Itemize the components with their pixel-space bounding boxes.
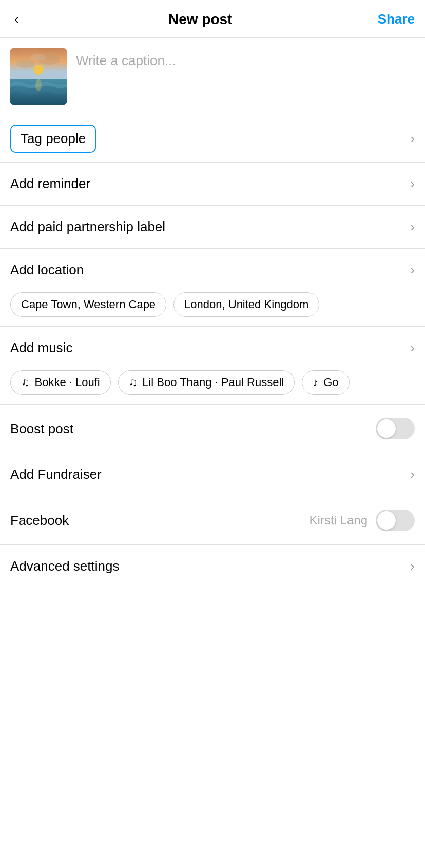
music-note-icon-1: ♫ bbox=[21, 376, 30, 389]
add-paid-partnership-label: Add paid partnership label bbox=[10, 219, 165, 235]
add-paid-partnership-chevron: › bbox=[410, 219, 415, 235]
share-button[interactable]: Share bbox=[378, 11, 415, 27]
advanced-settings-label: Advanced settings bbox=[10, 558, 119, 574]
facebook-row: Facebook Kirsti Lang bbox=[0, 496, 425, 545]
add-fundraiser-chevron: › bbox=[410, 467, 415, 482]
facebook-label: Facebook bbox=[10, 513, 69, 529]
add-location-chevron: › bbox=[410, 262, 415, 278]
facebook-right: Kirsti Lang bbox=[310, 510, 415, 531]
tag-people-chevron: › bbox=[410, 131, 415, 147]
music-chips-row: ♫ Bokke · Loufi ♫ Lil Boo Thang · Paul R… bbox=[0, 363, 425, 405]
caption-area: Write a caption... bbox=[0, 38, 425, 115]
location-chip-london[interactable]: London, United Kingdom bbox=[173, 292, 319, 317]
page-title: New post bbox=[168, 11, 232, 28]
facebook-toggle[interactable] bbox=[376, 510, 415, 531]
header: ‹ New post Share bbox=[0, 0, 425, 38]
tag-people-row[interactable]: Tag people › bbox=[0, 115, 425, 163]
music-chip-lil-boo[interactable]: ♫ Lil Boo Thang · Paul Russell bbox=[118, 370, 295, 395]
add-music-label: Add music bbox=[10, 340, 72, 356]
music-chip-bokke[interactable]: ♫ Bokke · Loufi bbox=[10, 370, 111, 395]
music-note-icon-2: ♫ bbox=[129, 376, 138, 389]
add-paid-partnership-row[interactable]: Add paid partnership label › bbox=[0, 206, 425, 249]
facebook-toggle-knob bbox=[377, 511, 396, 530]
caption-input[interactable]: Write a caption... bbox=[76, 48, 415, 70]
location-chips-row: Cape Town, Western Cape London, United K… bbox=[0, 285, 425, 327]
music-note-icon-3: ♪ bbox=[313, 376, 318, 389]
add-fundraiser-row[interactable]: Add Fundraiser › bbox=[0, 453, 425, 496]
advanced-settings-chevron: › bbox=[410, 558, 415, 574]
svg-point-6 bbox=[35, 79, 42, 91]
music-chip-other-label: Go bbox=[323, 376, 338, 389]
add-music-chevron: › bbox=[410, 340, 415, 356]
svg-point-4 bbox=[31, 54, 46, 61]
add-reminder-chevron: › bbox=[410, 176, 415, 192]
svg-point-1 bbox=[33, 65, 44, 75]
tag-people-label: Tag people bbox=[10, 125, 96, 153]
boost-post-toggle-knob bbox=[377, 419, 396, 438]
add-reminder-label: Add reminder bbox=[10, 176, 90, 192]
add-location-label: Add location bbox=[10, 262, 84, 278]
boost-post-label: Boost post bbox=[10, 421, 73, 437]
svg-point-2 bbox=[16, 59, 35, 68]
post-thumbnail bbox=[10, 48, 67, 105]
facebook-user: Kirsti Lang bbox=[310, 513, 368, 528]
add-music-row[interactable]: Add music › bbox=[0, 327, 425, 363]
boost-post-toggle[interactable] bbox=[376, 418, 415, 439]
music-chip-other[interactable]: ♪ Go bbox=[302, 370, 349, 395]
music-chip-bokke-label: Bokke · Loufi bbox=[35, 376, 100, 389]
boost-post-row: Boost post bbox=[0, 405, 425, 453]
add-fundraiser-label: Add Fundraiser bbox=[10, 467, 102, 482]
music-chip-lil-boo-label: Lil Boo Thang · Paul Russell bbox=[142, 376, 284, 389]
add-location-row[interactable]: Add location › bbox=[0, 249, 425, 285]
location-chip-cape-town[interactable]: Cape Town, Western Cape bbox=[10, 292, 166, 317]
back-button[interactable]: ‹ bbox=[10, 9, 23, 29]
advanced-settings-row[interactable]: Advanced settings › bbox=[0, 545, 425, 588]
add-reminder-row[interactable]: Add reminder › bbox=[0, 163, 425, 206]
